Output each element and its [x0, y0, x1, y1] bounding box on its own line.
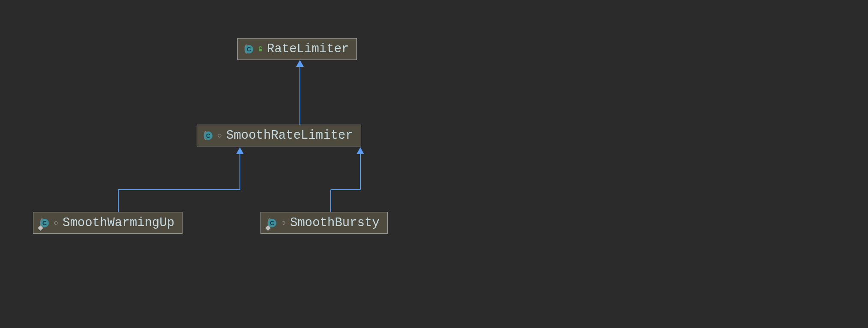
svg-marker-2	[296, 60, 304, 67]
connector-layer	[0, 0, 868, 328]
abstract-class-icon: ( C	[243, 44, 254, 55]
svg-marker-10	[356, 147, 364, 154]
abstract-class-icon: ( C	[266, 218, 277, 229]
extends-connector	[118, 147, 244, 212]
abstract-class-icon: ( C	[202, 130, 213, 141]
package-private-icon: ○	[281, 220, 287, 226]
class-node-rate-limiter[interactable]: ( C RateLimiter	[237, 38, 357, 60]
class-label: RateLimiter	[267, 42, 349, 56]
package-private-icon: ○	[217, 133, 223, 139]
class-node-smooth-warming-up[interactable]: ( C ○ SmoothWarmingUp	[33, 212, 183, 234]
class-label: SmoothRateLimiter	[226, 128, 353, 143]
class-diagram: ( C RateLimiter ( C ○ SmoothRateLimiter …	[0, 0, 868, 328]
extends-connector	[296, 60, 304, 125]
class-label: SmoothBursty	[290, 216, 380, 230]
class-label: SmoothWarmingUp	[63, 216, 174, 230]
class-node-smooth-bursty[interactable]: ( C ○ SmoothBursty	[260, 212, 388, 234]
extends-connector	[331, 147, 364, 212]
svg-rect-0	[259, 49, 262, 51]
package-private-icon: ○	[53, 220, 59, 226]
unlock-icon	[257, 46, 263, 52]
abstract-class-icon: ( C	[39, 218, 50, 229]
svg-marker-6	[236, 147, 244, 154]
class-node-smooth-rate-limiter[interactable]: ( C ○ SmoothRateLimiter	[197, 125, 361, 146]
